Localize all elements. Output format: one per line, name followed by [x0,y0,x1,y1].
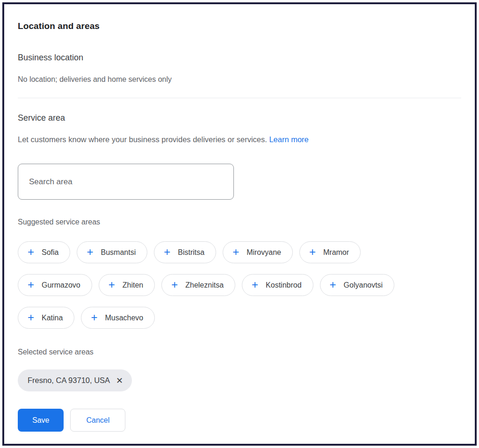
suggested-area-chip[interactable]: +Zheleznitsa [161,274,235,296]
suggested-area-chip[interactable]: +Katina [18,307,74,329]
action-buttons: Save Cancel [18,409,461,432]
selected-areas-label: Selected service areas [18,347,461,356]
service-area-description-text: Let customers know where your business p… [18,135,267,144]
chip-label: Mirovyane [247,248,281,257]
suggested-areas-row: +Katina+Musachevo [18,307,461,329]
chip-label: Mramor [323,248,349,257]
selected-area-chip[interactable]: Fresno, CA 93710, USA✕ [18,369,132,391]
chip-label: Bistritsa [178,248,204,257]
close-icon[interactable]: ✕ [116,376,123,385]
plus-icon: + [28,312,34,323]
chip-label: Busmantsi [101,248,136,257]
chip-label: Sofia [42,248,58,257]
chip-label: Golyanovtsi [344,281,383,289]
plus-icon: + [91,312,97,323]
suggested-areas-label: Suggested service areas [18,217,461,226]
suggested-area-chip[interactable]: +Musachevo [81,307,155,329]
plus-icon: + [171,279,178,290]
chip-label: Musachevo [105,314,143,322]
service-area-heading: Service area [18,113,461,123]
service-area-description: Let customers know where your business p… [18,135,461,144]
chip-label: Katina [42,314,63,322]
chip-label: Fresno, CA 93710, USA [28,376,110,385]
location-and-areas-panel: Location and areas Business location No … [4,4,475,432]
section-divider [18,98,461,98]
suggested-area-chip[interactable]: +Gurmazovo [18,274,92,296]
suggested-areas-row: +Gurmazovo+Zhiten+Zheleznitsa+Kostinbrod… [18,274,461,296]
plus-icon: + [232,246,239,258]
suggested-areas-list: +Sofia+Busmantsi+Bistritsa+Mirovyane+Mra… [18,241,461,329]
learn-more-link[interactable]: Learn more [269,135,308,144]
suggested-area-chip[interactable]: +Zhiten [99,274,155,296]
suggested-area-chip[interactable]: +Sofia [18,241,70,263]
plus-icon: + [309,246,316,258]
plus-icon: + [164,246,170,258]
suggested-area-chip[interactable]: +Golyanovtsi [320,274,395,296]
suggested-area-chip[interactable]: +Mramor [299,241,361,263]
plus-icon: + [109,279,115,290]
dialog-frame: Location and areas Business location No … [2,2,477,446]
cancel-button[interactable]: Cancel [70,409,125,432]
search-area-input[interactable] [18,164,234,200]
suggested-area-chip[interactable]: +Kostinbrod [242,274,313,296]
business-location-heading: Business location [18,53,461,63]
plus-icon: + [28,279,34,290]
chip-label: Gurmazovo [42,281,80,289]
suggested-areas-row: +Sofia+Busmantsi+Bistritsa+Mirovyane+Mra… [18,241,461,263]
chip-label: Zheleznitsa [185,281,224,289]
suggested-area-chip[interactable]: +Mirovyane [223,241,293,263]
page-title: Location and areas [18,21,461,31]
plus-icon: + [87,246,93,258]
business-location-description: No location; deliveries and home service… [18,75,461,84]
plus-icon: + [252,279,258,290]
selected-areas-list: Fresno, CA 93710, USA✕ [18,369,461,391]
chip-label: Kostinbrod [266,281,302,289]
suggested-area-chip[interactable]: +Busmantsi [77,241,147,263]
suggested-area-chip[interactable]: +Bistritsa [154,241,216,263]
chip-label: Zhiten [123,281,143,289]
plus-icon: + [330,279,336,290]
save-button[interactable]: Save [18,409,64,432]
plus-icon: + [28,246,34,258]
